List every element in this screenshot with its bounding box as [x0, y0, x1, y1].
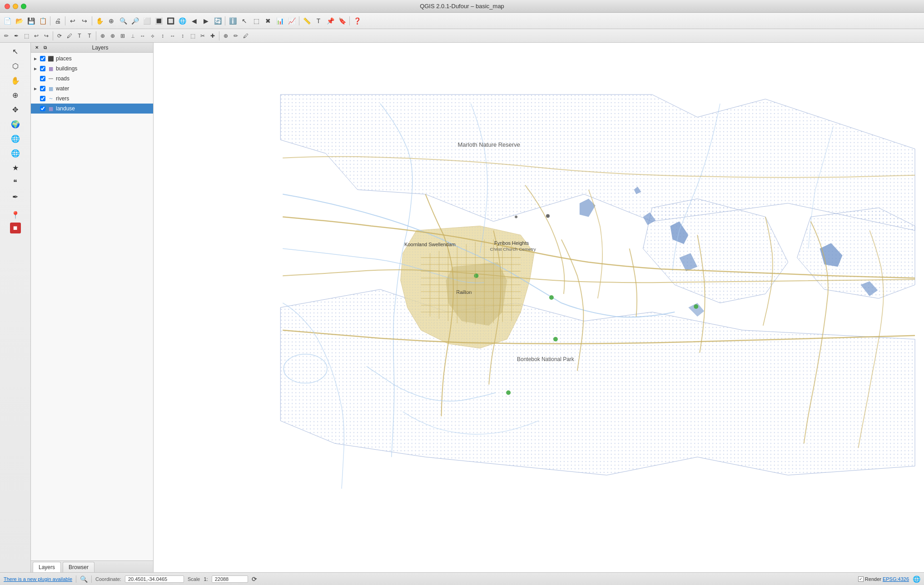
snap-4-icon[interactable]: ⟂ [128, 31, 137, 40]
undo-icon[interactable]: ↩ [67, 15, 78, 26]
measure-icon[interactable]: 📏 [301, 15, 312, 26]
minimize-button[interactable] [13, 4, 18, 9]
help-icon[interactable]: ❓ [352, 15, 363, 26]
redo-icon[interactable]: ↪ [79, 15, 90, 26]
scale-value[interactable]: 22088 [212, 575, 248, 583]
deselect-icon[interactable]: ✖ [263, 15, 273, 26]
maximize-button[interactable] [21, 4, 26, 9]
edit-2-icon[interactable]: ✒ [12, 31, 21, 40]
layer-check-places[interactable] [40, 55, 46, 62]
digitize-2-icon[interactable]: 🖊 [65, 31, 74, 40]
tab-browser[interactable]: Browser [63, 562, 94, 572]
snap-8-icon[interactable]: ↔ [168, 31, 177, 40]
epsg-link[interactable]: EPSG:4326 [883, 576, 909, 582]
zoom-out-icon[interactable]: 🔎 [129, 15, 140, 26]
digitize-1-icon[interactable]: ⟳ [55, 31, 64, 40]
edit-5-icon[interactable]: ↪ [42, 31, 51, 40]
identify-icon[interactable]: ℹ️ [227, 15, 238, 26]
zoom-full-icon[interactable]: 🌐 [177, 15, 188, 26]
render-checkbox[interactable]: ✓ [858, 576, 864, 582]
globe-2-icon[interactable]: 🌐 [7, 146, 24, 160]
layer-expand-water[interactable]: ▶ [33, 86, 38, 91]
layer-item-water[interactable]: ▶ ▦ water [31, 84, 153, 94]
layer-check-buildings[interactable] [40, 65, 46, 72]
edit-4-icon[interactable]: ↩ [32, 31, 41, 40]
layers-float-icon[interactable]: ⧉ [42, 45, 48, 51]
snap-6-icon[interactable]: ⟡ [148, 31, 157, 40]
close-button[interactable] [5, 4, 10, 9]
move-feature-icon[interactable]: ✥ [7, 103, 24, 116]
zoom-layer-icon[interactable]: 🔲 [165, 15, 176, 26]
layer-item-roads[interactable]: ▶ ━━ roads [31, 74, 153, 84]
snap-9-icon[interactable]: ↕ [178, 31, 187, 40]
label-marloth: Marloth Nature Reserve [458, 141, 521, 148]
plugin-2-icon[interactable]: ✏ [231, 31, 240, 40]
rotate-icon: ⟳ [252, 575, 257, 583]
map-tips-icon[interactable]: 📌 [325, 15, 336, 26]
layer-expand-landuse[interactable]: ▶ [33, 106, 38, 111]
snap-2-icon[interactable]: ⊕ [108, 31, 117, 40]
label-2-icon[interactable]: T [85, 31, 94, 40]
layer-item-buildings[interactable]: ▶ ▦ buildings [31, 64, 153, 74]
zoom-last-icon[interactable]: ◀ [189, 15, 199, 26]
snap-10-icon[interactable]: ⬚ [188, 31, 197, 40]
label-1-icon[interactable]: T [75, 31, 84, 40]
layer-check-landuse[interactable] [40, 105, 46, 112]
coordinate-value[interactable]: 20.4501,-34.0465 [125, 575, 184, 583]
layer-item-landuse[interactable]: ▶ ▦ landuse [31, 104, 153, 114]
snap-11-icon[interactable]: ✂ [198, 31, 207, 40]
plugin-3-icon[interactable]: 🖊 [241, 31, 250, 40]
stats-icon[interactable]: 📈 [286, 15, 297, 26]
globe-icon[interactable]: 🌐 [7, 132, 24, 145]
save-project-icon[interactable]: 💾 [25, 15, 36, 26]
stop-icon[interactable]: ■ [10, 223, 21, 233]
bookmarks-icon[interactable]: 🔖 [337, 15, 348, 26]
annotation-icon[interactable]: T [313, 15, 324, 26]
snap-12-icon[interactable]: ✚ [208, 31, 217, 40]
pan-map-icon[interactable]: ✋ [7, 74, 24, 87]
open-project-icon[interactable]: 📂 [14, 15, 25, 26]
layer-expand-rivers[interactable]: ▶ [33, 96, 38, 101]
pan-icon[interactable]: ✋ [94, 15, 105, 26]
pin-icon[interactable]: 📍 [7, 208, 24, 222]
save-as-icon[interactable]: 📋 [37, 15, 48, 26]
new-project-icon[interactable]: 📄 [2, 15, 13, 26]
layer-check-water[interactable] [40, 85, 46, 92]
star-icon[interactable]: ★ [7, 161, 24, 174]
tab-layers[interactable]: Layers [33, 562, 61, 572]
window-controls[interactable] [5, 4, 26, 9]
node-tool-icon[interactable]: ⬡ [7, 59, 24, 73]
pan-to-selection-icon[interactable]: ⊕ [106, 15, 117, 26]
add-feature-icon[interactable]: ⊕ [7, 88, 24, 102]
print-icon[interactable]: 🖨 [52, 15, 63, 26]
layers-close-icon[interactable]: ✕ [34, 45, 40, 51]
snapping-icon[interactable]: ⊕ [98, 31, 107, 40]
zoom-rubber-icon[interactable]: ⬜ [141, 15, 152, 26]
select-icon[interactable]: ↖ [239, 15, 250, 26]
layer-check-rivers[interactable] [40, 95, 46, 102]
open-table-icon[interactable]: 📊 [274, 15, 285, 26]
snap-5-icon[interactable]: ↔ [138, 31, 147, 40]
layer-check-roads[interactable] [40, 75, 46, 82]
layer-expand-places[interactable]: ▶ [33, 56, 38, 61]
plugin-available-link[interactable]: There is a new plugin available [4, 576, 72, 582]
layer-item-places[interactable]: ▶ ⬛ places [31, 54, 153, 64]
edit-pencil-icon[interactable]: ✏ [2, 31, 11, 40]
edit-3-icon[interactable]: ⬚ [22, 31, 31, 40]
refresh-icon[interactable]: 🔄 [212, 15, 223, 26]
pen-icon[interactable]: ✒ [7, 190, 24, 203]
plugin-icon[interactable]: ⊕ [221, 31, 230, 40]
earth-icon[interactable]: 🌍 [7, 117, 24, 131]
layer-item-rivers[interactable]: ▶ 〜 rivers [31, 94, 153, 104]
snap-7-icon[interactable]: ↕ [158, 31, 167, 40]
zoom-in-icon[interactable]: 🔍 [118, 15, 129, 26]
snap-3-icon[interactable]: ⊞ [118, 31, 127, 40]
layer-expand-roads[interactable]: ▶ [33, 76, 38, 81]
quote-icon[interactable]: ❝ [7, 175, 24, 189]
select-rect-icon[interactable]: ⬚ [251, 15, 262, 26]
cursor-icon[interactable]: ↖ [7, 45, 24, 58]
zoom-selection-icon[interactable]: 🔳 [153, 15, 164, 26]
map-area[interactable]: Marloth Nature Reserve Koornland Swellen… [154, 43, 924, 572]
layer-expand-buildings[interactable]: ▶ [33, 66, 38, 71]
zoom-next-icon[interactable]: ▶ [200, 15, 211, 26]
